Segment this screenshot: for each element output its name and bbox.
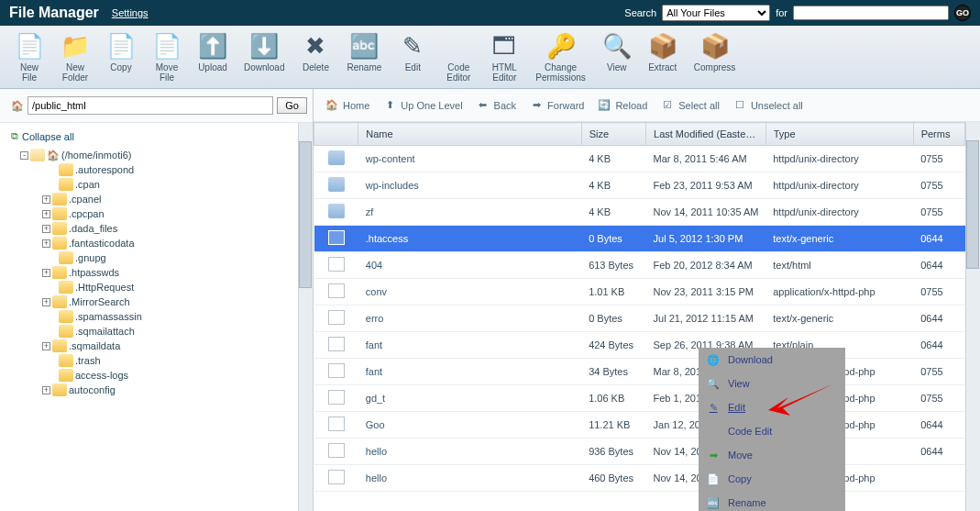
table-row[interactable]: hello 936 Bytes Nov 14, 2011 11:07 AM ap… [314,439,965,465]
toolbar-code-editor[interactable]: CodeEditor [436,29,480,84]
toolbar-html-editor[interactable]: 🗔HTMLEditor [482,29,526,84]
tree-item[interactable]: .cpan [42,177,294,192]
toolbar-edit[interactable]: ✎Edit [391,29,435,84]
toolbar-new-file[interactable]: 📄NewFile [7,29,51,84]
nav-reload[interactable]: 🔄Reload [591,96,653,115]
tree-item[interactable]: +.cpcpan [42,206,294,221]
nav-back[interactable]: ⬅Back [470,96,522,115]
tree-item[interactable]: +.MirrorSearch [42,294,294,309]
table-row[interactable]: wp-content 4 KB Mar 8, 2011 5:46 AM http… [314,146,965,172]
toolbar-copy[interactable]: 📄Copy [99,29,143,84]
toolbar-compress[interactable]: 📦Compress [687,29,743,84]
table-row[interactable]: hello 460 Bytes Nov 14, 2011 11:06 appli… [314,465,965,492]
ctx-edit[interactable]: ✎Edit [699,395,845,419]
ctx-rename[interactable]: 🔤Rename [699,491,845,511]
file-name-cell[interactable]: zf [358,199,581,226]
table-row[interactable]: 404 613 Bytes Feb 20, 2012 8:34 AM text/… [314,252,965,279]
col-icon[interactable] [314,123,358,146]
file-name-cell[interactable]: hello [358,439,581,465]
ctx-move[interactable]: ➡Move [699,443,845,467]
toolbar-label: Compress [694,62,736,72]
toolbar-rename[interactable]: 🔤Rename [339,29,389,84]
nav-select-all[interactable]: ☑Select all [655,96,725,115]
tree-item[interactable]: .trash [42,353,294,368]
ctx-view[interactable]: 🔍View [699,372,845,395]
tree-item[interactable]: access-logs [42,368,294,383]
nav-up-one-level[interactable]: ⬆Up One Level [377,96,468,115]
expander-icon[interactable]: + [42,342,50,350]
tree-root[interactable]: - 🏠 (/home/inmoti6) [20,148,294,162]
nav-home[interactable]: 🏠Home [319,96,375,115]
expander-icon[interactable]: + [42,269,50,277]
toolbar-change-permissions[interactable]: 🔑ChangePermissions [528,29,592,84]
col-type[interactable]: Type [765,123,913,146]
file-name-cell[interactable]: conv [358,279,581,305]
toolbar-move-file[interactable]: 📄MoveFile [145,29,189,84]
expander-icon[interactable]: + [42,195,50,204]
search-input[interactable] [793,6,949,20]
tree-item[interactable]: .spamassassin [42,309,294,324]
file-name-cell[interactable]: fant [358,359,581,385]
table-row[interactable]: gd_t 1.06 KB Feb 1, 2012 9:04 AM applica… [314,385,965,412]
file-name-cell[interactable]: gd_t [358,385,581,412]
nav-unselect-all[interactable]: ☐Unselect all [727,96,809,115]
toolbar-download[interactable]: ⬇️Download [237,29,292,84]
path-input[interactable] [28,96,273,115]
tree-item[interactable]: +autoconfig [42,383,294,397]
table-row[interactable]: conv 1.01 KB Nov 23, 2011 3:15 PM applic… [314,279,965,305]
search-go-button[interactable]: GO [954,5,971,21]
tree-item[interactable]: .gnupg [42,250,294,265]
table-row[interactable]: fant 424 Bytes Sep 26, 2011 9:38 AM text… [314,332,965,359]
file-name-cell[interactable]: fant [358,332,581,359]
file-name-cell[interactable]: Goo [358,412,581,439]
expander-icon[interactable]: - [20,151,28,160]
tree-item[interactable]: +.dada_files [42,221,294,236]
table-row[interactable]: wp-includes 4 KB Feb 23, 2011 9:53 AM ht… [314,172,965,199]
ctx-download[interactable]: 🌐Download [699,348,845,372]
tree-scrollbar[interactable] [298,123,313,511]
col-perms[interactable]: Perms [913,123,964,146]
toolbar-extract[interactable]: 📦Extract [641,29,685,84]
file-name-cell[interactable]: wp-content [358,146,581,172]
settings-link[interactable]: Settings [112,7,149,18]
file-name-cell[interactable]: wp-includes [358,172,581,199]
expander-icon[interactable]: + [42,386,50,394]
tree-item[interactable]: +.cpanel [42,192,294,206]
expander-icon[interactable]: + [42,225,50,233]
tree-item[interactable]: .HttpRequest [42,280,294,294]
search-label: Search [624,7,656,18]
file-name-cell[interactable]: .htaccess [358,226,581,252]
col-name[interactable]: Name [358,123,581,146]
toolbar-upload[interactable]: ⬆️Upload [191,29,235,84]
search-scope-select[interactable]: All Your Files [662,5,770,21]
table-row[interactable]: .htaccess 0 Bytes Jul 5, 2012 1:30 PM te… [314,226,965,252]
col-last[interactable]: Last Modified (Eastern Da [646,123,766,146]
path-go-button[interactable]: Go [277,97,307,114]
col-size[interactable]: Size [581,123,645,146]
file-name-cell[interactable]: hello [358,465,581,492]
expander-icon[interactable]: + [42,239,50,248]
file-perms-cell: 0644 [913,439,964,465]
ctx-code-edit[interactable]: Code Edit [699,419,845,443]
expander-icon[interactable]: + [42,210,50,218]
nav-forward[interactable]: ➡Forward [523,96,589,115]
tree-item[interactable]: +.sqmaildata [42,339,294,353]
collapse-all[interactable]: ⧉ Collapse all [11,128,294,144]
table-row[interactable]: zf 4 KB Nov 14, 2011 10:35 AM httpd/unix… [314,199,965,226]
ctx-copy[interactable]: 📄Copy [699,467,845,491]
table-row[interactable]: fant 34 Bytes Mar 8, 2011 11:31 AM appli… [314,359,965,385]
file-type-cell: httpd/unix-directory [765,199,913,226]
toolbar-new-folder[interactable]: 📁NewFolder [53,29,97,84]
tree-item[interactable]: .autorespond [42,162,294,177]
tree-item[interactable]: .sqmailattach [42,324,294,339]
tree-item[interactable]: +.htpasswds [42,265,294,280]
tree-item[interactable]: +.fantasticodata [42,236,294,250]
expander-icon[interactable]: + [42,298,50,306]
toolbar-view[interactable]: 🔍View [595,29,639,84]
file-name-cell[interactable]: 404 [358,252,581,279]
toolbar-delete[interactable]: ✖Delete [293,29,337,84]
file-name-cell[interactable]: erro [358,305,581,332]
files-scrollbar[interactable] [965,122,980,511]
table-row[interactable]: erro 0 Bytes Jul 21, 2012 11:15 AM text/… [314,305,965,332]
table-row[interactable]: Goo 11.21 KB Jan 12, 2012 2:18 PM applic… [314,412,965,439]
